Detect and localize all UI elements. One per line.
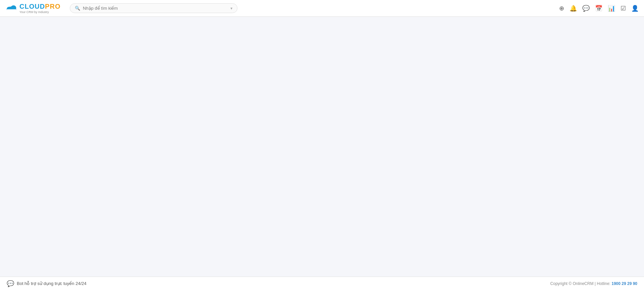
search-icon: 🔍 xyxy=(75,6,80,11)
messenger-icon[interactable]: 💬 xyxy=(7,280,14,287)
search-dropdown-icon[interactable]: ▾ xyxy=(230,6,232,11)
copyright-text: Copyright © OnlineCRM | Hotline: xyxy=(550,281,610,286)
chart-icon[interactable]: 📊 xyxy=(608,5,615,12)
logo: CLOUDPRO Your CRM by Industry xyxy=(5,2,66,14)
top-icons: ⊕ 🔔 💬 📅 📊 ☑ 👤 xyxy=(559,5,639,12)
search-input[interactable] xyxy=(83,6,228,11)
user-icon[interactable]: 👤 xyxy=(631,5,639,12)
bot-text: Bot hỗ trợ sử dụng trực tuyến 24/24 xyxy=(17,281,87,286)
footer-right: Copyright © OnlineCRM | Hotline: 1900 29… xyxy=(550,281,637,286)
logo-text: CLOUDPRO xyxy=(19,3,60,10)
footer-left: 💬 Bot hỗ trợ sử dụng trực tuyến 24/24 xyxy=(7,280,87,287)
logo-sub: Your CRM by Industry xyxy=(19,10,60,14)
chat-icon[interactable]: 💬 xyxy=(582,5,590,12)
tasks-icon[interactable]: ☑ xyxy=(621,5,626,12)
svg-rect-8 xyxy=(7,9,16,13)
notification-icon[interactable]: 🔔 xyxy=(570,5,577,12)
footer: 💬 Bot hỗ trợ sử dụng trực tuyến 24/24 Co… xyxy=(0,277,644,290)
calendar-icon[interactable]: 📅 xyxy=(595,5,602,12)
hotline-text[interactable]: 1900 29 29 90 xyxy=(611,281,637,286)
search-bar[interactable]: 🔍 ▾ xyxy=(70,3,237,13)
add-icon[interactable]: ⊕ xyxy=(559,5,564,12)
logo-icon xyxy=(5,2,17,14)
